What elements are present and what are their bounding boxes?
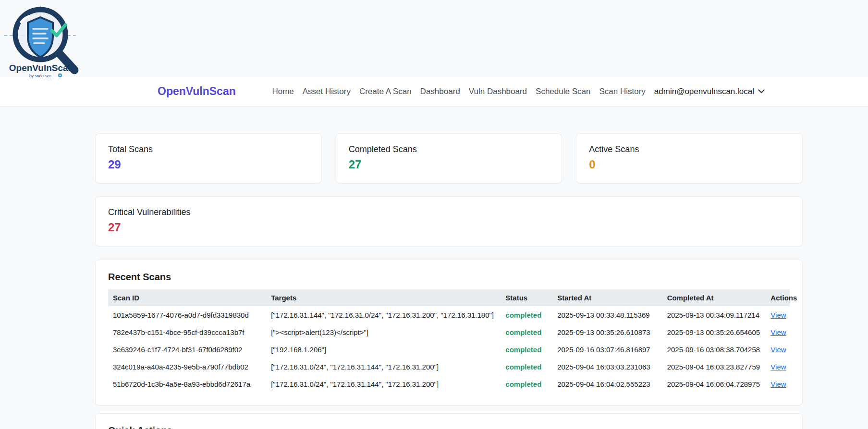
column-header-actions: Actions <box>766 289 790 306</box>
table-row: 3e639246-c1f7-4724-bf31-67f0d6289f02["19… <box>108 341 790 358</box>
status-cell: completed <box>501 375 552 393</box>
main-content: Total Scans 29 Completed Scans 27 Active… <box>95 133 803 429</box>
started-at-cell: 2025-09-04 16:04:02.555223 <box>552 375 662 393</box>
scan-id-cell: 51b6720d-1c3b-4a5e-8a93-ebbd6d72617a <box>108 375 266 393</box>
started-at-cell: 2025-09-16 03:07:46.816897 <box>552 341 662 358</box>
column-header-status: Status <box>501 289 552 306</box>
stat-value: 27 <box>349 158 550 171</box>
app-logo: OpenVulnScan by sudo-sec <box>4 2 86 79</box>
completed-at-cell: 2025-09-13 00:34:09.117214 <box>662 306 766 323</box>
quick-actions-title: Quick Actions <box>108 425 790 429</box>
stat-label: Completed Scans <box>349 144 550 155</box>
actions-cell: View <box>766 306 790 323</box>
scan-id-cell: 324c019a-a40a-4235-9e5b-a790f77bdb02 <box>108 358 266 375</box>
actions-cell: View <box>766 375 790 393</box>
stat-label: Active Scans <box>589 144 790 155</box>
scan-id-cell: 101a5859-1677-4076-a0d7-d9fd3319830d <box>108 306 266 323</box>
chevron-down-icon <box>758 89 765 94</box>
nav-links: HomeAsset HistoryCreate A ScanDashboardV… <box>272 87 645 96</box>
actions-cell: View <box>766 323 790 341</box>
started-at-cell: 2025-09-04 16:03:03.231063 <box>552 358 662 375</box>
column-header-completed-at: Completed At <box>662 289 766 306</box>
actions-cell: View <box>766 358 790 375</box>
recent-scans-card: Recent Scans Scan ID Targets Status Star… <box>95 260 803 405</box>
scan-id-cell: 3e639246-c1f7-4724-bf31-67f0d6289f02 <box>108 341 266 358</box>
status-cell: completed <box>501 306 552 323</box>
completed-at-cell: 2025-09-04 16:06:04.728975 <box>662 375 766 393</box>
stats-row: Total Scans 29 Completed Scans 27 Active… <box>95 133 803 183</box>
completed-at-cell: 2025-09-16 03:08:38.704258 <box>662 341 766 358</box>
magnifier-shield-logo-icon: OpenVulnScan by sudo-sec <box>4 2 86 79</box>
column-header-targets: Targets <box>266 289 501 306</box>
stat-card-critical-vulnerabilities: Critical Vulnerabilities 27 <box>95 196 803 246</box>
top-strip: OpenVulnScan by sudo-sec <box>0 0 868 77</box>
quick-actions-card: Quick Actions Schedule a Scan | View Das… <box>95 413 803 429</box>
view-link[interactable]: View <box>770 328 786 336</box>
completed-at-cell: 2025-09-13 00:35:26.654605 <box>662 323 766 341</box>
status-cell: completed <box>501 358 552 375</box>
column-header-started-at: Started At <box>552 289 662 306</box>
targets-cell: ["><script>alert(123)</script>"] <box>266 323 501 341</box>
nav-link-schedule-scan[interactable]: Schedule Scan <box>536 87 590 96</box>
targets-cell: ["172.16.31.144", "172.16.31.0/24", "172… <box>266 306 501 323</box>
nav-link-home[interactable]: Home <box>272 87 293 96</box>
nav-link-asset-history[interactable]: Asset History <box>303 87 351 96</box>
user-dropdown[interactable]: admin@openvulnscan.local <box>654 87 765 96</box>
nav-link-create-a-scan[interactable]: Create A Scan <box>359 87 412 96</box>
view-link[interactable]: View <box>770 363 786 371</box>
stat-value: 0 <box>589 158 790 171</box>
stat-value: 29 <box>108 158 309 171</box>
targets-cell: ["172.16.31.0/24", "172.16.31.144", "172… <box>266 358 501 375</box>
table-row: 51b6720d-1c3b-4a5e-8a93-ebbd6d72617a["17… <box>108 375 790 393</box>
view-link[interactable]: View <box>770 311 786 319</box>
status-cell: completed <box>501 323 552 341</box>
started-at-cell: 2025-09-13 00:33:48.115369 <box>552 306 662 323</box>
stat-card-completed-scans: Completed Scans 27 <box>336 133 562 183</box>
nav-link-vuln-dashboard[interactable]: Vuln Dashboard <box>469 87 527 96</box>
nav-link-dashboard[interactable]: Dashboard <box>420 87 460 96</box>
stat-label: Critical Vulnerabilities <box>108 207 790 217</box>
navbar: OpenVulnScan HomeAsset HistoryCreate A S… <box>0 77 868 107</box>
started-at-cell: 2025-09-13 00:35:26.610873 <box>552 323 662 341</box>
view-link[interactable]: View <box>770 380 786 388</box>
table-header-row: Scan ID Targets Status Started At Comple… <box>108 289 790 306</box>
logo-subtitle-text: by sudo-sec <box>29 73 52 78</box>
scan-id-cell: 782e437b-c151-4bce-95cf-d39ccca13b7f <box>108 323 266 341</box>
stat-label: Total Scans <box>108 144 309 155</box>
table-row: 101a5859-1677-4076-a0d7-d9fd3319830d["17… <box>108 306 790 323</box>
navbar-brand[interactable]: OpenVulnScan <box>158 85 236 98</box>
actions-cell: View <box>766 341 790 358</box>
view-link[interactable]: View <box>770 346 786 354</box>
table-row: 324c019a-a40a-4235-9e5b-a790f77bdb02["17… <box>108 358 790 375</box>
logo-title-text: OpenVulnScan <box>9 63 73 73</box>
status-cell: completed <box>501 341 552 358</box>
nav-link-scan-history[interactable]: Scan History <box>599 87 645 96</box>
completed-at-cell: 2025-09-04 16:03:23.827759 <box>662 358 766 375</box>
recent-scans-title: Recent Scans <box>108 272 790 283</box>
targets-cell: ["192.168.1.206"] <box>266 341 501 358</box>
stat-card-active-scans: Active Scans 0 <box>576 133 803 183</box>
recent-scans-table: Scan ID Targets Status Started At Comple… <box>108 289 790 393</box>
column-header-scan-id: Scan ID <box>108 289 266 306</box>
table-row: 782e437b-c151-4bce-95cf-d39ccca13b7f["><… <box>108 323 790 341</box>
recent-scans-tbody: 101a5859-1677-4076-a0d7-d9fd3319830d["17… <box>108 306 790 393</box>
user-email-label: admin@openvulnscan.local <box>654 87 754 96</box>
targets-cell: ["172.16.31.0/24", "172.16.31.144", "172… <box>266 375 501 393</box>
stat-card-total-scans: Total Scans 29 <box>95 133 322 183</box>
stat-value: 27 <box>108 221 790 234</box>
